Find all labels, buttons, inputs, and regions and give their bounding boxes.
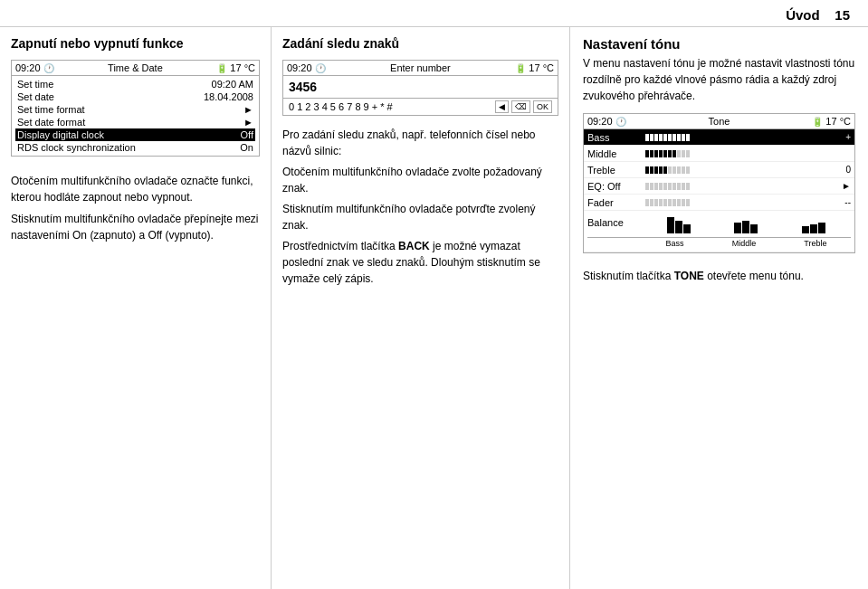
chart-label-treble: Treble <box>804 239 826 248</box>
tone-bar-bass <box>645 133 836 142</box>
clock-icon-right: 🕐 <box>615 117 626 127</box>
left-ui-body: Set time 09:20 AM Set date 18.04.2008 Se… <box>12 76 259 156</box>
right-text-block: Stisknutím tlačítka TONE otevřete menu t… <box>583 268 855 284</box>
right-footer-text: Stisknutím tlačítka TONE otevřete menu t… <box>583 268 855 284</box>
page-header: Úvod 15 <box>0 0 868 27</box>
left-title: Zapnutí nebo vypnutí funkce <box>11 36 260 51</box>
left-ui-box: 09:20 🕐 Time & Date 🔋 17 °C Set time 09:… <box>11 60 260 157</box>
chart-label-bass: Bass <box>666 239 684 248</box>
tone-bar-treble <box>645 166 836 175</box>
left-ui-label: Time & Date <box>108 62 163 73</box>
left-ui-temp: 🔋 17 °C <box>216 62 255 73</box>
left-text-block: Otočením multifunkčního ovladače označte… <box>11 173 260 249</box>
mid-para3: Stisknutím multifunkčního ovladače potvr… <box>282 201 558 233</box>
mid-title: Zadání sledu znaků <box>282 36 558 51</box>
col-left: Zapnutí nebo vypnutí funkce 09:20 🕐 Time… <box>0 27 272 589</box>
keypad-controls: ◀ ⌫ OK <box>495 100 552 113</box>
menu-row-setdate: Set date 18.04.2008 <box>15 90 255 103</box>
menu-row-digitalclock: Display digital clock Off <box>15 128 255 141</box>
page-header-text: Úvod 15 <box>786 7 850 23</box>
page: Úvod 15 Zapnutí nebo vypnutí funkce 09:2… <box>0 0 868 589</box>
tone-ui-header: 09:20 🕐 Tone 🔋 17 °C <box>584 114 854 129</box>
tone-ui-box: 09:20 🕐 Tone 🔋 17 °C Bass <box>583 113 855 253</box>
right-intro: V menu nastavení tónu je možné nastavit … <box>583 55 855 104</box>
mid-number-display: 3456 <box>283 76 558 99</box>
mid-ui-time: 09:20 🕐 <box>287 62 326 73</box>
mid-text-block: Pro zadání sledu znaků, např. telefonníc… <box>282 127 558 291</box>
tone-bar-fader <box>645 198 836 207</box>
menu-row-settime: Set time 09:20 AM <box>15 78 255 90</box>
ok-icon[interactable]: OK <box>533 100 552 113</box>
mid-para2: Otočením multifunkčního ovladače zvolte … <box>282 164 558 196</box>
col-right: Nastavení tónu V menu nastavení tónu je … <box>570 27 868 589</box>
clock-icon-left: 🕐 <box>43 63 54 73</box>
tone-row-balance: Balance <box>584 211 854 252</box>
clock-icon-mid: 🕐 <box>315 63 326 73</box>
mid-para1: Pro zadání sledu znaků, např. telefonníc… <box>282 127 558 159</box>
mid-ui-header: 09:20 🕐 Enter number 🔋 17 °C <box>283 61 558 76</box>
menu-row-rds: RDS clock synchronization On <box>15 141 255 154</box>
mid-ui-temp: 🔋 17 °C <box>515 62 554 73</box>
chart-label-middle: Middle <box>732 239 757 248</box>
tone-ui-time: 09:20 🕐 <box>587 116 626 127</box>
left-ui-header: 09:20 🕐 Time & Date 🔋 17 °C <box>12 61 259 76</box>
tone-row-bass: Bass <box>584 129 854 146</box>
tone-bar-middle <box>645 149 836 158</box>
backspace-icon[interactable]: ◀ <box>495 100 509 113</box>
mid-para4: Prostřednictvím tlačítka BACK je možné v… <box>282 238 558 287</box>
left-ui-time: 09:20 🕐 <box>15 62 54 73</box>
menu-row-timeformat: Set time format ► <box>15 103 255 116</box>
mid-keypad-row: 0 1 2 3 4 5 6 7 8 9 + * # ◀ ⌫ OK <box>283 99 558 115</box>
mid-ui-label: Enter number <box>390 62 451 73</box>
main-content: Zapnutí nebo vypnutí funkce 09:20 🕐 Time… <box>0 27 868 589</box>
left-para1: Otočením multifunkčního ovladače označte… <box>11 173 260 205</box>
tone-row-eq: EQ: Off <box>584 178 854 195</box>
mid-ui-box: 09:20 🕐 Enter number 🔋 17 °C 3456 0 1 2 … <box>282 60 558 116</box>
tone-row-middle: Middle <box>584 146 854 162</box>
delete-icon[interactable]: ⌫ <box>511 100 530 113</box>
left-para2: Stisknutím multifunkčního ovladače přepí… <box>11 211 260 243</box>
right-title: Nastavení tónu <box>583 36 855 52</box>
tone-ui-temp: 🔋 17 °C <box>812 116 851 127</box>
mid-keypad: 0 1 2 3 4 5 6 7 8 9 + * # <box>289 101 393 112</box>
tone-bar-eq <box>645 182 836 191</box>
menu-row-dateformat: Set date format ► <box>15 116 255 128</box>
tone-row-treble: Treble <box>584 162 854 178</box>
col-mid: Zadání sledu znaků 09:20 🕐 Enter number … <box>272 27 570 589</box>
tone-row-fader: Fader <box>584 195 854 211</box>
tone-ui-label: Tone <box>709 116 730 127</box>
